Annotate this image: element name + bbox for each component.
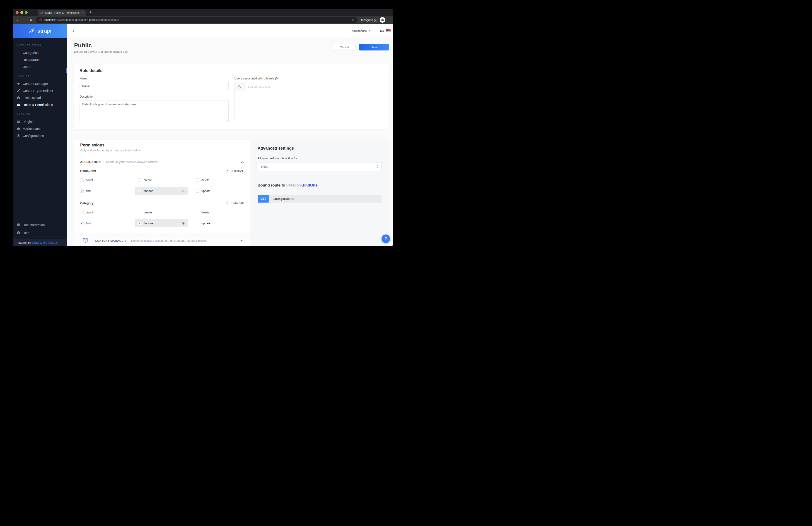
select-all-restaurant[interactable]: Select All: [226, 169, 244, 172]
bound-route-prefix: Bound route to: [258, 183, 286, 187]
select-all-checkbox[interactable]: [226, 169, 229, 172]
search-icon: [235, 82, 245, 91]
permission-findone[interactable]: findone: [135, 219, 188, 227]
checkbox-checked-icon[interactable]: [138, 222, 141, 225]
permission-delete[interactable]: delete: [196, 209, 244, 216]
permission-label: update: [201, 189, 211, 193]
minimize-window-button[interactable]: [20, 11, 23, 14]
gear-icon: [16, 134, 20, 137]
sidebar-item-content-type-builder[interactable]: Content Type Builder: [13, 87, 67, 94]
sidebar-item-users[interactable]: ▸ Users: [13, 63, 67, 70]
open-book-icon: [80, 236, 90, 246]
sidebar-item-files-upload[interactable]: Files Upload: [13, 94, 67, 101]
sidebar-item-configurations[interactable]: Configurations: [13, 132, 67, 139]
browser-tab[interactable]: Strapi - Roles & Permissions ×: [38, 10, 86, 16]
gear-icon[interactable]: [182, 222, 185, 225]
caret-right-icon: ▸: [16, 59, 20, 61]
cancel-button[interactable]: Cancel: [333, 44, 356, 50]
sidebar-item-documentation[interactable]: Documentation: [13, 221, 67, 229]
user-search-input[interactable]: [245, 82, 383, 91]
role-details-right: Users associated with this role (0): [234, 77, 383, 122]
name-field[interactable]: [79, 82, 229, 90]
browser-menu-icon[interactable]: ⋮: [385, 18, 391, 22]
checkbox-icon[interactable]: [80, 178, 84, 182]
permission-create[interactable]: create: [138, 209, 196, 216]
users-icon: [16, 103, 20, 107]
permission-find[interactable]: find: [80, 187, 138, 194]
permission-create[interactable]: create: [138, 177, 196, 183]
gear-icon[interactable]: [182, 190, 185, 192]
permission-count[interactable]: count: [80, 209, 138, 216]
checkbox-checked-icon[interactable]: [138, 189, 141, 193]
back-button[interactable]: [67, 24, 80, 37]
checkbox-icon[interactable]: [80, 211, 84, 214]
tab-close-icon[interactable]: ×: [82, 11, 83, 14]
save-button[interactable]: Save: [359, 44, 389, 50]
zoom-window-button[interactable]: [25, 11, 28, 14]
checkbox-icon[interactable]: [196, 189, 199, 193]
checkbox-icon[interactable]: [196, 178, 199, 182]
content-manager-section-header[interactable]: CONTENT-MANAGER — Define all allowed act…: [74, 233, 250, 246]
route-path: /categories: [274, 197, 290, 200]
permission-count[interactable]: count: [80, 177, 138, 183]
site-info-icon[interactable]: ⓘ: [39, 18, 42, 22]
name-label: Name: [79, 77, 229, 80]
url-bar[interactable]: ⓘ localhost:1337/admin/plugins/users-per…: [36, 17, 358, 23]
header-divider: [375, 28, 375, 34]
permission-delete[interactable]: delete: [196, 177, 244, 183]
paintbrush-icon: [16, 89, 20, 92]
locale-picker[interactable]: EN: [380, 29, 391, 32]
checkbox-icon[interactable]: [138, 178, 141, 182]
close-window-button[interactable]: [16, 11, 18, 14]
checkbox-icon[interactable]: [196, 211, 199, 214]
powered-by-text: Powered by: [16, 241, 31, 244]
permission-group-restaurant: Restaurant Select All count: [80, 169, 244, 195]
sidebar: strapi CONTENT TYPES ▸ Categories ▸ Rest…: [13, 24, 67, 246]
chevron-up-icon[interactable]: [241, 161, 244, 163]
permission-findone[interactable]: findone: [135, 187, 188, 195]
permission-update[interactable]: update: [196, 187, 244, 194]
permissions-card: Permissions Only actions bound by a rout…: [74, 140, 389, 246]
user-menu[interactable]: paulbocuse ▾: [352, 29, 370, 33]
sidebar-item-restaurants[interactable]: ▸ Restaurants: [13, 56, 67, 63]
browser-window: Strapi - Roles & Permissions × + ← → ↻ ⓘ…: [13, 9, 393, 246]
back-nav-icon[interactable]: ←: [15, 18, 21, 22]
new-tab-icon[interactable]: +: [89, 10, 92, 15]
permission-label: count: [86, 178, 93, 182]
plugin-section-name: CONTENT-MANAGER: [95, 239, 126, 242]
sidebar-item-marketplace[interactable]: Marketplace: [13, 125, 67, 132]
app-content: strapi CONTENT TYPES ▸ Categories ▸ Rest…: [13, 24, 393, 246]
sidebar-item-label: Configurations: [23, 134, 44, 138]
tab-title: Strapi - Roles & Permissions: [45, 11, 80, 14]
plug-icon: [16, 82, 20, 85]
permission-find[interactable]: find: [80, 220, 138, 227]
permission-update[interactable]: update: [196, 220, 244, 227]
checkbox-icon[interactable]: [196, 222, 199, 225]
forward-nav-icon[interactable]: →: [21, 18, 28, 22]
sidebar-item-content-manager[interactable]: Content Manager: [13, 80, 67, 87]
section-label: PLUGINS: [13, 74, 67, 78]
sidebar-item-categories[interactable]: ▸ Categories: [13, 49, 67, 56]
allow-action-select[interactable]: None: [258, 162, 381, 171]
reload-icon[interactable]: ↻: [28, 18, 34, 22]
help-fab-button[interactable]: ?: [381, 235, 390, 243]
description-field[interactable]: Default role given to unauthenticated us…: [79, 100, 229, 122]
page-titles: Public Default role given to unauthentic…: [74, 42, 129, 54]
chevron-down-icon[interactable]: [241, 240, 244, 242]
checkbox-checked-icon[interactable]: [80, 189, 84, 193]
application-section-header[interactable]: APPLICATION — Define all your project's …: [80, 160, 244, 164]
permission-grid: count create delete: [80, 209, 244, 227]
sidebar-item-roles-permissions[interactable]: Roles & Permissions: [13, 101, 67, 108]
sidebar-item-label: Plugins: [23, 120, 33, 124]
checkbox-checked-icon[interactable]: [80, 222, 84, 225]
checkbox-icon[interactable]: [138, 211, 141, 214]
sidebar-item-help[interactable]: ? Help: [13, 229, 67, 237]
select-all-checkbox[interactable]: [226, 201, 229, 205]
strapi-version-link[interactable]: Strapi v3.0.0-next.22: [32, 241, 57, 244]
main-area: paulbocuse ▾ EN Public Default role give…: [67, 24, 393, 246]
select-all-category[interactable]: Select All: [226, 201, 244, 205]
strapi-logo[interactable]: strapi: [13, 24, 67, 38]
sidebar-item-plugins[interactable]: Plugins: [13, 118, 67, 125]
bookmark-star-icon[interactable]: ☆: [351, 18, 354, 22]
plugin-permission-rows: CONTENT-MANAGER — Define all allowed act…: [74, 233, 250, 246]
